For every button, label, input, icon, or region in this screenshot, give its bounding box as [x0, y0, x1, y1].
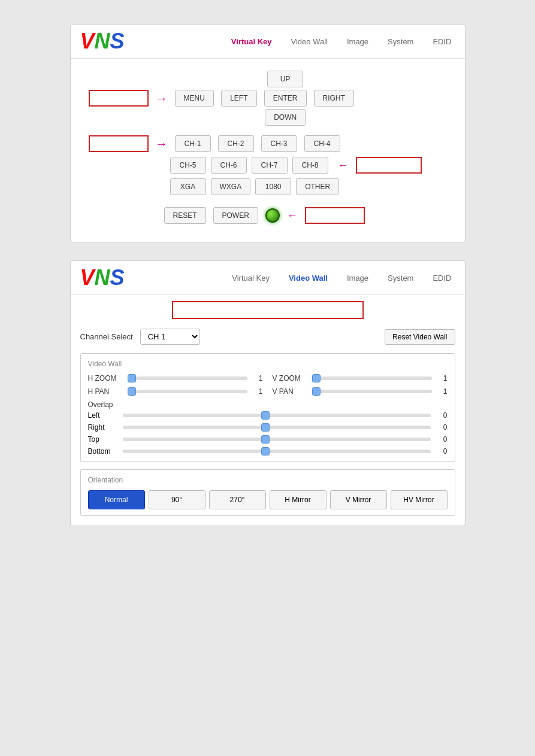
logo-v: V [80, 31, 95, 52]
right-row: Right 0 [88, 423, 448, 432]
menu-button[interactable]: MENU [175, 90, 214, 107]
tab-system-1[interactable]: System [384, 35, 417, 48]
power-indicator [265, 208, 280, 223]
orient-90-button[interactable]: 90° [149, 490, 205, 509]
hpan-label: H PAN [88, 387, 124, 396]
vzoom-thumb[interactable] [312, 374, 321, 382]
bottom-thumb[interactable] [261, 447, 270, 456]
top-label: Top [88, 435, 118, 444]
logo: V N S [80, 31, 125, 52]
tab-image-2[interactable]: Image [343, 271, 372, 285]
logo-2: V N S [80, 267, 125, 289]
1080-button[interactable]: 1080 [255, 178, 291, 195]
vpan-thumb[interactable] [312, 387, 321, 396]
top-value: 0 [436, 435, 448, 444]
bottom-track [123, 450, 431, 453]
logo-s: S [110, 31, 125, 52]
orient-hmirror-button[interactable]: H Mirror [270, 490, 327, 509]
right-value: 0 [436, 423, 448, 432]
enter-button[interactable]: ENTER [264, 90, 307, 107]
reset-video-wall-button[interactable]: Reset Video Wall [385, 329, 455, 345]
tab-virtual-key-2[interactable]: Virtual Key [228, 271, 273, 285]
tab-edid-1[interactable]: EDID [429, 35, 455, 48]
video-wall-box-title: Video Wall [88, 360, 448, 368]
ch7-button[interactable]: CH-7 [252, 157, 288, 174]
logo-n-2: N [95, 267, 110, 289]
tab-edid-2[interactable]: EDID [429, 271, 455, 285]
menu-row: → MENU LEFT UP ENTER DOWN RIGHT [89, 71, 453, 126]
right-button[interactable]: RIGHT [314, 90, 354, 107]
right-thumb[interactable] [261, 423, 270, 432]
channel-select-dropdown[interactable]: CH 1 CH 2 CH 3 CH 4 [140, 329, 200, 345]
left-thumb[interactable] [261, 411, 270, 420]
channel-select-label: Channel Select [80, 332, 133, 341]
reset-button[interactable]: RESET [164, 207, 206, 224]
hzoom-row: H ZOOM 1 [88, 374, 263, 382]
wxga-button[interactable]: WXGA [211, 178, 251, 195]
tab-video-wall-2[interactable]: Video Wall [285, 271, 331, 285]
tab-image-1[interactable]: Image [343, 35, 372, 48]
vpan-value: 1 [436, 387, 448, 396]
video-wall-box: Video Wall H ZOOM 1 V ZOOM 1 [80, 353, 455, 462]
ch8-button[interactable]: CH-8 [292, 157, 328, 174]
panel2-header: V N S Virtual Key Video Wall Image Syste… [71, 261, 465, 295]
arrow-icon-4: ← [287, 210, 298, 222]
right-track [123, 426, 431, 429]
arrow-icon-2: → [156, 137, 168, 151]
ch5-button[interactable]: CH-5 [170, 157, 206, 174]
arrow-icon: → [156, 92, 168, 105]
vw-annotation-box [172, 301, 364, 319]
orient-hvmirror-button[interactable]: HV Mirror [391, 490, 448, 509]
channel-row-1: → CH-1 CH-2 CH-3 CH-4 [89, 135, 453, 152]
tab-virtual-key-1[interactable]: Virtual Key [228, 35, 276, 48]
channel-row-2: CH-5 CH-6 CH-7 CH-8 ← [170, 157, 453, 174]
arrow-icon-3: ← [338, 159, 349, 172]
orient-normal-button[interactable]: Normal [88, 490, 145, 509]
ch-annotation-box [89, 135, 149, 152]
top-track [123, 438, 431, 441]
down-button[interactable]: DOWN [265, 109, 306, 126]
tab-system-2[interactable]: System [384, 271, 417, 285]
up-button[interactable]: UP [267, 71, 303, 87]
ud-buttons: UP ENTER DOWN [264, 71, 307, 126]
nav-tabs-2: Virtual Key Video Wall Image System EDID [149, 271, 455, 285]
channel-select-row: Channel Select CH 1 CH 2 CH 3 CH 4 Reset… [80, 329, 455, 345]
panel-virtual-key: V N S Virtual Key Video Wall Image Syste… [70, 24, 466, 242]
tab-video-wall-1[interactable]: Video Wall [288, 35, 331, 48]
vzoom-label: V ZOOM [273, 374, 309, 382]
bottom-row: RESET POWER ← [89, 207, 453, 224]
power-button[interactable]: POWER [213, 207, 258, 224]
xga-button[interactable]: XGA [170, 178, 206, 195]
zoom-row: H ZOOM 1 V ZOOM 1 [88, 374, 448, 382]
right-label: Right [88, 423, 118, 432]
left-track [123, 414, 431, 417]
vzoom-value: 1 [436, 374, 448, 382]
hzoom-thumb[interactable] [128, 374, 136, 382]
bottom-value: 0 [436, 447, 448, 456]
orient-vmirror-button[interactable]: V Mirror [330, 490, 387, 509]
menu-annotation-box [89, 90, 149, 107]
hzoom-track [128, 377, 247, 380]
overlap-label: Overlap [88, 400, 448, 409]
orientation-title: Orientation [88, 476, 448, 484]
top-row: Top 0 [88, 435, 448, 444]
ch3-button[interactable]: CH-3 [261, 135, 297, 152]
ch1-button[interactable]: CH-1 [175, 135, 211, 152]
ch4-button[interactable]: CH-4 [304, 135, 340, 152]
panel1-header: V N S Virtual Key Video Wall Image Syste… [71, 25, 465, 59]
panel-video-wall: V N S Virtual Key Video Wall Image Syste… [70, 260, 466, 526]
other-button[interactable]: OTHER [296, 178, 339, 195]
bottom-label: Bottom [88, 447, 118, 456]
ch2-button[interactable]: CH-2 [218, 135, 254, 152]
ch6-button[interactable]: CH-6 [211, 157, 247, 174]
left-button[interactable]: LEFT [221, 90, 257, 107]
vpan-label: V PAN [273, 387, 309, 396]
top-thumb[interactable] [261, 435, 270, 444]
orient-270-button[interactable]: 270° [209, 490, 266, 509]
hpan-thumb[interactable] [128, 387, 136, 396]
power-annotation-box [305, 207, 365, 224]
hzoom-label: H ZOOM [88, 374, 124, 382]
vpan-track [312, 390, 432, 393]
orientation-box: Orientation Normal 90° 270° H Mirror V M… [80, 469, 455, 516]
res-annotation-box [356, 157, 422, 174]
